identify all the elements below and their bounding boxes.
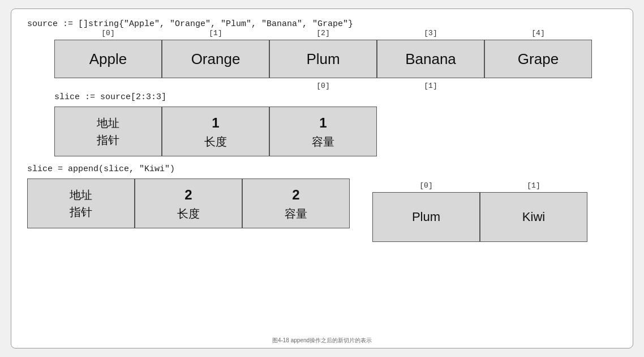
source-code-text: source := []string{"Apple", "Orange", "P… [27, 19, 353, 29]
slice-length-value: 1 [212, 113, 219, 133]
append-result-data-row: Plum Kiwi [372, 192, 587, 242]
source-cell-banana: Banana [377, 40, 484, 78]
slice-pointer-cell: 地址 指针 [54, 107, 162, 156]
caption: 图4-18 append操作之后的新切片的表示 [272, 337, 372, 345]
slice-row: 地址 指针 1 长度 1 容量 [54, 107, 617, 156]
source-declaration: source := []string{"Apple", "Orange", "P… [27, 19, 617, 29]
source-index-3: [3] [377, 29, 484, 37]
source-index-1: [1] [162, 29, 269, 37]
source-index-4: [4] [484, 29, 592, 37]
append-right: [0] [1] Plum Kiwi [372, 181, 587, 242]
slice-capacity-label: 容量 [312, 133, 334, 150]
source-cell-plum: Plum [269, 40, 377, 78]
append-capacity-value: 2 [292, 185, 299, 205]
append-capacity-cell: 2 容量 [242, 178, 350, 228]
slice-length-label: 长度 [204, 133, 227, 150]
append-left: slice = append(slice, "Kiwi") 地址 指针 2 长度… [27, 164, 350, 228]
append-capacity-label: 容量 [285, 205, 307, 222]
source-array-row: Apple Orange Plum Banana Grape [54, 40, 617, 78]
slice-capacity-value: 1 [319, 113, 327, 133]
append-result-cell-plum: Plum [372, 192, 480, 242]
source-index-0: [0] [54, 29, 162, 37]
append-pointer-cell: 地址 指针 [27, 178, 135, 228]
slice-source-index-1: [1] [377, 82, 484, 90]
slice-source-index-0: [0] [269, 82, 377, 90]
append-length-value: 2 [184, 185, 192, 205]
append-section: slice = append(slice, "Kiwi") 地址 指针 2 长度… [27, 164, 617, 242]
source-index-row: [0] [1] [2] [3] [4] [54, 29, 617, 37]
append-struct-row: 地址 指针 2 长度 2 容量 [27, 178, 350, 228]
slice-declaration: slice := source[2:3:3] [54, 92, 617, 102]
source-index-2: [2] [269, 29, 377, 37]
main-container: source := []string{"Apple", "Orange", "P… [11, 8, 633, 348]
append-code-text: slice = append(slice, "Kiwi") [27, 164, 175, 174]
slice-index-over-source: [0] [1] [54, 82, 617, 90]
append-result-index-0: [0] [372, 181, 480, 190]
slice-pointer-label-line1: 地址 [97, 114, 119, 131]
slice-length-cell: 1 长度 [162, 107, 269, 156]
append-pointer-label-line1: 地址 [70, 186, 92, 203]
append-pointer-label-line2: 指针 [70, 203, 92, 220]
append-result-index-1: [1] [480, 181, 587, 190]
source-cell-orange: Orange [162, 40, 269, 78]
source-cell-apple: Apple [54, 40, 162, 78]
append-length-cell: 2 长度 [135, 178, 242, 228]
slice-pointer-label-line2: 指针 [97, 131, 119, 148]
slice-code-text: slice := source[2:3:3] [54, 92, 166, 102]
append-result-index-row: [0] [1] [372, 181, 587, 190]
append-result-cell-kiwi: Kiwi [480, 192, 587, 242]
append-declaration: slice = append(slice, "Kiwi") [27, 164, 350, 174]
source-cell-grape: Grape [484, 40, 592, 78]
append-length-label: 长度 [177, 205, 200, 222]
slice-capacity-cell: 1 容量 [269, 107, 377, 156]
